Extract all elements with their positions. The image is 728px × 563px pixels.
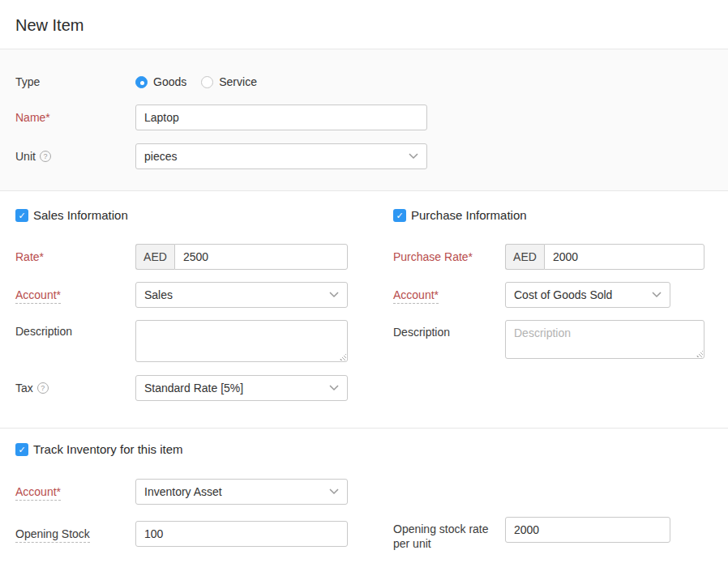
basic-info-section: Type Goods Service Name* Unit ? pieces <box>0 49 728 191</box>
unit-select[interactable]: pieces <box>135 143 427 169</box>
purchase-description-textarea[interactable] <box>505 320 704 359</box>
name-label: Name* <box>15 111 135 124</box>
sales-account-row: Account* Sales <box>15 282 348 308</box>
purchase-rate-group: AED <box>505 244 704 270</box>
sales-purchase-section: ✓ Sales Information Rate* AED Account* S… <box>0 191 728 429</box>
sales-info-checkbox[interactable]: ✓ <box>15 209 28 222</box>
help-icon[interactable]: ? <box>40 151 51 162</box>
page-title: New Item <box>15 16 84 34</box>
chevron-down-icon <box>409 153 418 160</box>
name-row: Name* <box>15 104 728 130</box>
purchase-currency-label: AED <box>505 244 544 270</box>
purchase-column: ✓ Purchase Information Purchase Rate* AE… <box>393 208 670 401</box>
radio-option-goods[interactable]: Goods <box>135 75 186 88</box>
tax-label: Tax <box>15 382 33 395</box>
sales-account-value: Sales <box>144 288 173 301</box>
purchase-account-label-wrap: Account* <box>393 288 505 302</box>
opening-stock-left: Opening Stock <box>15 517 348 551</box>
purchase-info-toggle-row: ✓ Purchase Information <box>393 208 670 222</box>
inventory-account-label: Account* <box>15 485 61 501</box>
type-label: Type <box>15 75 135 88</box>
chevron-down-icon <box>329 488 339 495</box>
purchase-account-row: Account* Cost of Goods Sold <box>393 282 670 308</box>
unit-row: Unit ? pieces <box>15 143 728 169</box>
opening-stock-rate-label: Opening stock rate per unit <box>393 517 505 551</box>
service-radio-label: Service <box>219 75 257 88</box>
unit-label-wrap: Unit ? <box>15 150 135 163</box>
purchase-account-select[interactable]: Cost of Goods Sold <box>505 282 670 308</box>
unit-select-value: pieces <box>144 150 177 163</box>
purchase-info-checkbox[interactable]: ✓ <box>393 209 406 222</box>
chevron-down-icon <box>329 292 339 298</box>
sales-rate-row: Rate* AED <box>15 244 348 270</box>
name-input[interactable] <box>135 104 427 130</box>
sales-description-row: Description <box>15 320 348 362</box>
inventory-account-select[interactable]: Inventory Asset <box>135 479 348 505</box>
purchase-section-title: Purchase Information <box>411 208 527 222</box>
inventory-account-value: Inventory Asset <box>144 485 222 498</box>
purchase-description-row: Description <box>393 320 670 359</box>
purchase-account-label: Account* <box>393 288 439 304</box>
chevron-down-icon <box>652 292 662 298</box>
purchase-rate-label: Purchase Rate* <box>393 250 505 264</box>
sales-rate-input[interactable] <box>174 244 348 270</box>
purchase-description-wrap <box>505 320 704 359</box>
tax-select-value: Standard Rate [5%] <box>144 382 243 395</box>
opening-stock-input[interactable] <box>135 521 348 547</box>
opening-stock-right: Opening stock rate per unit <box>393 517 670 551</box>
page-header: New Item <box>0 0 728 49</box>
help-icon[interactable]: ? <box>37 382 49 394</box>
opening-stock-label: Opening Stock <box>15 527 90 543</box>
sales-rate-group: AED <box>135 244 348 270</box>
sales-currency-label: AED <box>135 244 174 270</box>
opening-stock-rate-input[interactable] <box>505 517 670 543</box>
sales-account-label: Account* <box>15 288 61 304</box>
chevron-down-icon <box>329 385 339 391</box>
tax-label-wrap: Tax ? <box>15 382 135 395</box>
track-inventory-checkbox[interactable]: ✓ <box>15 443 28 456</box>
purchase-account-value: Cost of Goods Sold <box>514 288 612 301</box>
sales-rate-label: Rate* <box>15 250 135 263</box>
sales-account-select[interactable]: Sales <box>135 282 348 308</box>
sales-section-title: Sales Information <box>33 208 128 222</box>
sales-description-label: Description <box>15 320 135 338</box>
sales-account-label-wrap: Account* <box>15 288 135 301</box>
tax-select[interactable]: Standard Rate [5%] <box>135 375 348 401</box>
sales-description-wrap <box>135 320 348 362</box>
unit-label: Unit <box>15 150 36 163</box>
track-inventory-toggle-row: ✓ Track Inventory for this item <box>15 442 728 456</box>
sales-description-textarea[interactable] <box>135 320 348 362</box>
service-radio[interactable] <box>201 76 213 88</box>
opening-stock-label-wrap: Opening Stock <box>15 527 135 540</box>
inventory-account-label-wrap: Account* <box>15 485 135 498</box>
goods-radio[interactable] <box>135 76 148 88</box>
radio-option-service[interactable]: Service <box>201 75 257 88</box>
inventory-account-row: Account* Inventory Asset <box>15 479 728 505</box>
inventory-section: ✓ Track Inventory for this item Account*… <box>0 429 728 551</box>
type-row: Type Goods Service <box>15 75 728 88</box>
sales-column: ✓ Sales Information Rate* AED Account* S… <box>15 208 348 401</box>
purchase-rate-row: Purchase Rate* AED <box>393 244 670 270</box>
tax-row: Tax ? Standard Rate [5%] <box>15 375 348 401</box>
purchase-rate-input[interactable] <box>544 244 704 270</box>
opening-stock-row: Opening Stock Opening stock rate per uni… <box>0 517 728 551</box>
purchase-description-label: Description <box>393 320 505 339</box>
goods-radio-label: Goods <box>153 75 186 88</box>
track-inventory-title: Track Inventory for this item <box>33 442 183 456</box>
sales-info-toggle-row: ✓ Sales Information <box>15 208 348 222</box>
